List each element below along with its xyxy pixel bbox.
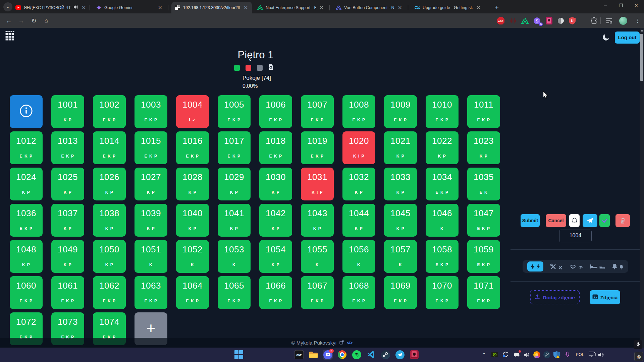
room-tile-1010[interactable]: 1010E K P [426,95,459,128]
taskbar-discord[interactable]: 2 [323,350,333,360]
room-tile-1041[interactable]: 1041K P [218,204,251,237]
logout-button[interactable]: Log out [615,32,640,44]
room-tile-1066[interactable]: 1066E K P [259,276,292,309]
start-button[interactable] [234,350,244,360]
window-minimize-button[interactable]: ─ [598,0,613,12]
scrollbar-up-arrow[interactable] [641,29,643,32]
room-tile-1050[interactable]: 1050K P [93,240,126,273]
room-tile-1014[interactable]: 1014E K P [93,131,126,164]
tab-close-icon[interactable]: ✕ [397,5,403,11]
s-extension-icon[interactable]: S6 [533,16,541,25]
taskbar-spotify[interactable] [352,350,362,360]
home-button[interactable]: ⌂ [42,16,51,25]
room-number-input[interactable]: 1004 [559,230,592,242]
browser-tab-gemini[interactable]: Google Gemini ✕ [93,2,168,13]
room-tile-1039[interactable]: 1039K P [135,204,167,237]
browser-tab-upgrade-guide[interactable]: Upgrade guide - Getting started ✕ [411,2,488,13]
room-tile-1011[interactable]: 1011E K P [467,95,500,128]
room-tile-1061[interactable]: 1061E K P [51,276,84,309]
room-tile-1038[interactable]: 1038K P [93,204,126,237]
browser-tab-youtube[interactable]: ЯНДЕКС ГРУЗОВОЙ ЧТО И ✕ [12,2,90,13]
delete-trash-button[interactable] [615,214,630,227]
room-tile-1008[interactable]: 1008E K P [342,95,375,128]
browser-tab-vue-button[interactable]: Vue Button Component - Nuxt ✕ [332,2,408,13]
room-tile-1021[interactable]: 1021K P [384,131,417,164]
room-tile-1017[interactable]: 1017E K P [218,131,251,164]
waveform-extension-icon[interactable] [508,16,517,25]
new-tab-button[interactable]: + [492,3,501,12]
room-tile-1049[interactable]: 1049K P [51,240,84,273]
room-tile-1025[interactable]: 1025K P [51,168,84,200]
tray-chevron-up[interactable]: ⌃ [479,350,489,360]
room-tile-1057[interactable]: 1057K [384,240,417,273]
room-tile-1019[interactable]: 1019E K P [301,131,334,164]
submit-button[interactable]: Submit [521,214,540,227]
info-tile[interactable] [10,95,43,128]
taskbar-telegram[interactable] [395,350,405,360]
room-tile-1003[interactable]: 1003E K P [135,95,167,128]
room-tile-1056[interactable]: 1056K [342,240,375,273]
room-tile-1004[interactable]: 1004I ✓ [176,95,209,128]
tab-search-chevron-button[interactable]: ⌄ [3,2,12,11]
telegram-send-button[interactable] [583,214,597,227]
wifi-toggle[interactable] [569,264,583,269]
room-tile-1044[interactable]: 1044K P [342,204,375,237]
room-tile-1009[interactable]: 1009E K P [384,95,417,128]
tab-close-icon[interactable]: ✕ [81,5,87,11]
room-tile-1031[interactable]: 1031K I P [301,168,334,200]
taskbar-steam[interactable] [380,350,390,360]
room-tile-1071[interactable]: 1071E K P [467,276,500,309]
avatar-extension-icon[interactable] [545,16,553,25]
room-tile-1026[interactable]: 1026K P [93,168,126,200]
tray-microphone-icon[interactable] [562,350,572,360]
forward-button[interactable]: → [16,16,26,25]
back-button[interactable]: ← [4,16,13,25]
room-tile-1005[interactable]: 1005E K P [218,95,251,128]
room-tile-1067[interactable]: 1067E K P [301,276,334,309]
browser-tab-floor-app[interactable]: 192.168.1.123:3030/v2/floor?flo ✕ [171,2,252,13]
room-tile-1029[interactable]: 1029K P [218,168,251,200]
room-tile-1069[interactable]: 1069E K P [384,276,417,309]
circle-extension-icon[interactable] [556,16,565,25]
confirm-check-button[interactable] [599,214,610,227]
tray-update-icon[interactable] [500,350,511,360]
room-tile-1043[interactable]: 1043K P [301,204,334,237]
room-tile-1002[interactable]: 1002E K P [93,95,126,128]
room-tile-1036[interactable]: 1036E K P [10,204,43,237]
taskbar-app-one[interactable]: ONE [294,350,304,360]
room-tile-1062[interactable]: 1062E K P [93,276,126,309]
tray-security-shield-icon[interactable] [551,350,561,360]
room-tile-1001[interactable]: 1001K P [51,95,84,128]
room-tile-1006[interactable]: 1006E K P [259,95,292,128]
scrollbar-thumb[interactable] [640,34,643,81]
room-tile-1042[interactable]: 1042K P [259,204,292,237]
ublock-extension-icon[interactable]: U [568,16,577,25]
room-tile-1064[interactable]: 1064E K P [176,276,209,309]
profile-avatar[interactable] [619,16,628,25]
adblock-extension-icon[interactable]: ABP [496,16,505,25]
nuxt-extension-icon[interactable] [521,16,529,25]
tray-nvidia-icon[interactable] [490,350,500,360]
dark-mode-moon-icon[interactable] [602,33,610,43]
room-tile-1027[interactable]: 1027K P [135,168,167,200]
room-tile-1035[interactable]: 1035E K [467,168,500,200]
bell-toggle[interactable] [612,263,624,269]
room-tile-1065[interactable]: 1065E K P [218,276,251,309]
window-close-button[interactable]: ✕ [629,0,644,12]
room-tile-1063[interactable]: 1063E K P [135,276,167,309]
room-tile-1015[interactable]: 1015E K P [135,131,167,164]
room-tile-1022[interactable]: 1022K P [426,131,459,164]
bell-button[interactable] [569,214,580,227]
room-tile-1034[interactable]: 1034E K P [426,168,459,200]
room-tile-1045[interactable]: 1045K P [384,204,417,237]
tab-close-icon[interactable]: ✕ [319,5,324,11]
room-tile-1068[interactable]: 1068E K P [342,276,375,309]
tab-close-icon[interactable]: ✕ [243,5,249,11]
taskbar-file-explorer[interactable] [308,350,318,360]
window-maximize-button[interactable]: ❐ [613,0,629,12]
external-link-icon[interactable] [339,340,344,346]
room-tile-1032[interactable]: 1032K P [342,168,375,200]
browser-menu-icon[interactable]: ⋮ [633,16,642,25]
tools-toggle[interactable] [550,263,562,270]
room-tile-1060[interactable]: 1060E K P [10,276,43,309]
